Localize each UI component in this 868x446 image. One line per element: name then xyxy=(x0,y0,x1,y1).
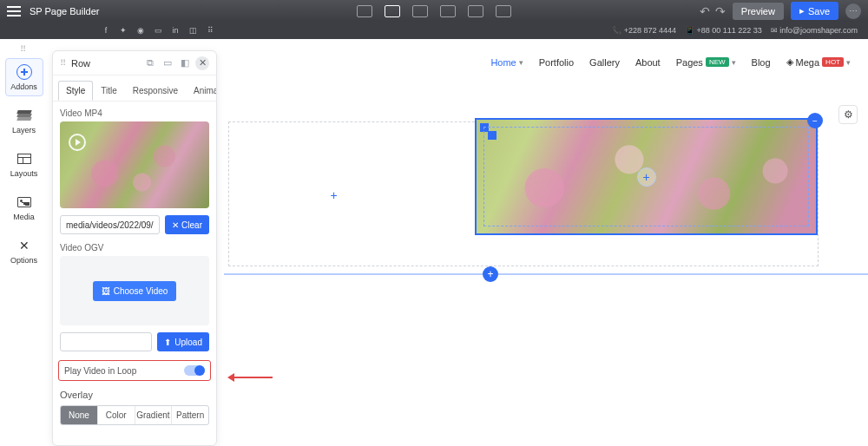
tab-title[interactable]: Title xyxy=(93,81,125,101)
add-section-button[interactable]: + xyxy=(483,266,498,282)
video-mp4-preview[interactable] xyxy=(60,121,209,208)
contact-info: 📞 +228 872 4444 📱 +88 00 111 222 33 ✉ in… xyxy=(612,26,858,35)
nav-portfolio[interactable]: Portfolio xyxy=(539,57,574,68)
device-wide-icon[interactable] xyxy=(468,5,483,17)
facebook-icon[interactable]: f xyxy=(102,26,110,35)
canvas-column-left[interactable]: + xyxy=(236,129,431,260)
rail-addons[interactable]: Addons xyxy=(5,58,43,96)
expand-icon[interactable]: ▭ xyxy=(161,56,174,70)
overlay-label: Overlay xyxy=(60,390,209,400)
device-phone-icon[interactable] xyxy=(496,5,511,17)
image-icon: 🖼 xyxy=(102,286,110,296)
phone2: 📱 +88 00 111 222 33 xyxy=(685,26,762,35)
nav-gallery[interactable]: Gallery xyxy=(589,57,620,68)
device-switcher xyxy=(357,5,511,17)
nav-about[interactable]: About xyxy=(635,57,661,68)
video-mp4-label: Video MP4 xyxy=(60,108,209,118)
nav-mega[interactable]: ◈ Mega HOT ▾ xyxy=(786,56,851,68)
pinterest-icon[interactable]: ◉ xyxy=(136,26,145,35)
overlay-segmented: None Color Gradient Pattern xyxy=(60,405,209,425)
rail-addons-label: Addons xyxy=(10,82,37,91)
chevron-down-icon: ▾ xyxy=(519,58,523,67)
upload-button[interactable]: ⬆Upload xyxy=(157,332,209,351)
device-laptop-icon[interactable] xyxy=(412,5,428,17)
redo-icon[interactable]: ↷ xyxy=(715,4,726,18)
nav-blog[interactable]: Blog xyxy=(752,57,771,68)
panel-drag-handle[interactable]: ⠿ xyxy=(60,58,66,68)
tab-style[interactable]: Style xyxy=(58,81,93,101)
left-rail: ⠿ Addons Layers Layouts Media ✕ Options xyxy=(0,39,48,446)
menu-toggle[interactable] xyxy=(7,6,21,16)
settings-panel: ⠿ Row ⧉ ▭ ◧ ✕ Style Title Responsive Ani… xyxy=(52,50,217,446)
plus-icon xyxy=(16,64,32,80)
phone1: 📞 +228 872 4444 xyxy=(612,26,676,35)
upload-icon: ⬆ xyxy=(164,338,171,347)
section-divider xyxy=(224,273,868,275)
tab-responsive[interactable]: Responsive xyxy=(125,81,186,101)
clear-button[interactable]: ✕Clear xyxy=(165,215,209,234)
nav-home[interactable]: Home ▾ xyxy=(490,57,523,68)
app-title: SP Page Builder xyxy=(30,6,100,16)
rail-layers[interactable]: Layers xyxy=(5,102,43,140)
rail-layouts[interactable]: Layouts xyxy=(5,145,43,183)
device-mobile-icon[interactable] xyxy=(357,5,372,17)
save-button[interactable]: ▸ Save xyxy=(791,2,838,20)
rail-drag-handle[interactable]: ⠿ xyxy=(20,44,29,53)
twitter-icon[interactable]: ✦ xyxy=(119,26,128,35)
overlay-color[interactable]: Color xyxy=(98,406,135,424)
layers-icon xyxy=(17,110,31,121)
chevron-down-icon: ▾ xyxy=(732,58,736,67)
overlay-pattern[interactable]: Pattern xyxy=(172,406,208,424)
panel-body: Video MP4 ✕Clear Video OGV 🖼Choose Video… xyxy=(53,102,216,445)
instagram-icon[interactable]: ◫ xyxy=(188,26,197,35)
site-infobar: f ✦ ◉ ▭ in ◫ ⠿ 📞 +228 872 4444 📱 +88 00 … xyxy=(0,22,868,39)
more-button[interactable]: ⋯ xyxy=(845,3,861,19)
video-ogv-path-input[interactable] xyxy=(60,332,152,351)
canvas-row[interactable]: + − + xyxy=(228,121,819,266)
chevron-down-icon: ▾ xyxy=(846,58,851,67)
diamond-icon: ◈ xyxy=(786,56,793,68)
column-inner[interactable]: + xyxy=(483,127,809,226)
app-topbar: SP Page Builder ↶ ↷ Preview ▸ Save ⋯ xyxy=(0,0,868,22)
close-icon[interactable]: ✕ xyxy=(195,56,209,70)
flickr-icon[interactable]: ⠿ xyxy=(206,26,214,35)
x-icon: ✕ xyxy=(172,220,179,230)
panel-tabs: Style Title Responsive Animation xyxy=(53,75,216,102)
nav-pages[interactable]: Pages NEW ▾ xyxy=(676,57,736,68)
rail-layers-label: Layers xyxy=(12,126,36,134)
overlay-gradient[interactable]: Gradient xyxy=(135,406,173,424)
rail-media[interactable]: Media xyxy=(5,188,43,226)
loop-toggle[interactable] xyxy=(184,365,205,376)
preview-button[interactable]: Preview xyxy=(733,3,784,20)
copy-icon[interactable]: ⧉ xyxy=(143,56,157,70)
dock-icon[interactable]: ◧ xyxy=(178,56,192,70)
linkedin-icon[interactable]: in xyxy=(171,26,180,35)
rail-media-label: Media xyxy=(13,213,35,221)
column-remove-button[interactable]: − xyxy=(807,113,823,128)
inner-drag-handle[interactable] xyxy=(488,131,496,140)
annotation-arrow xyxy=(227,373,273,382)
play-icon xyxy=(69,134,86,151)
add-addon-button[interactable]: + xyxy=(326,187,342,203)
video-ogv-dropzone[interactable]: 🖼Choose Video xyxy=(60,256,209,325)
site-nav: Home ▾ Portfolio Gallery About Pages NEW… xyxy=(490,56,851,68)
device-tablet-icon[interactable] xyxy=(440,5,456,17)
device-desktop-icon[interactable] xyxy=(385,5,400,17)
youtube-icon[interactable]: ▭ xyxy=(154,26,162,35)
tab-animation[interactable]: Animation xyxy=(186,81,217,101)
canvas-column-right[interactable]: − + xyxy=(475,118,818,235)
rail-options[interactable]: ✕ Options xyxy=(5,232,43,270)
undo-icon[interactable]: ↶ xyxy=(700,4,710,18)
video-mp4-path-input[interactable] xyxy=(60,215,160,234)
choose-video-button[interactable]: 🖼Choose Video xyxy=(93,281,177,301)
rail-layouts-label: Layouts xyxy=(10,169,38,178)
email: ✉ info@joomshaper.com xyxy=(771,26,858,35)
undo-redo-group: ↶ ↷ xyxy=(700,4,726,18)
layout-icon xyxy=(17,154,31,164)
canvas-settings-button[interactable]: ⚙ xyxy=(838,105,858,124)
video-ogv-label: Video OGV xyxy=(60,243,209,253)
loop-toggle-row: Play Video in Loop xyxy=(58,360,211,381)
panel-title: Row xyxy=(71,58,90,69)
overlay-none[interactable]: None xyxy=(61,406,98,424)
add-addon-center-button[interactable]: + xyxy=(637,167,656,187)
